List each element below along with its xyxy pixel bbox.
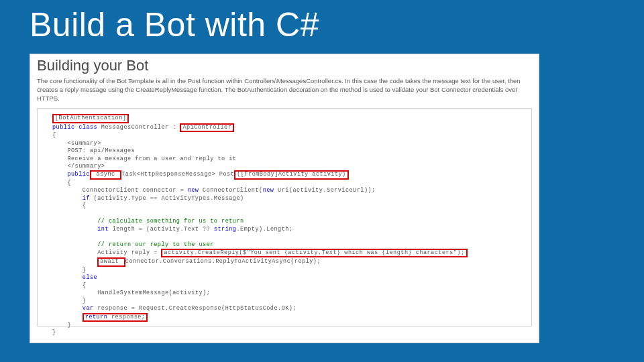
code-botauth: [BotAuthentication] xyxy=(55,115,126,121)
code-response: response = Request.CreateResponse(HttpSt… xyxy=(94,305,297,312)
code-post-route: POST: api/Messages xyxy=(67,147,135,154)
kw-await: await xyxy=(100,258,123,265)
kw-if: if xyxy=(83,195,90,202)
code-if-cond: (activity.Type == ActivityTypes.Message) xyxy=(90,195,244,202)
code-summary-open: <summary> xyxy=(67,140,101,147)
code-classname: MessagesController : xyxy=(97,124,180,131)
code-handlesys: HandleSystemMessage(activity); xyxy=(97,290,210,296)
code-summary-text: Receive a message from a user and reply … xyxy=(67,156,236,162)
highlight-botauth: [BotAuthentication] xyxy=(52,114,129,123)
code-task-post: Task<HttpResponseMessage> Post xyxy=(121,171,234,178)
kw-public-class: public class xyxy=(52,124,97,131)
content-panel: Building your Bot The core functionality… xyxy=(30,54,539,343)
highlight-frombody: ([FromBody]Activity activity) xyxy=(234,170,348,179)
code-frombody: ([FromBody]Activity activity) xyxy=(237,171,345,178)
kw-var: var xyxy=(83,305,94,312)
kw-new1: new xyxy=(188,187,199,194)
code-replyasync: connector.Conversations.ReplyToActivityA… xyxy=(125,258,321,265)
code: [BotAuthentication] public class Message… xyxy=(52,114,503,337)
kw-async: async xyxy=(93,171,119,178)
code-brace: { xyxy=(52,132,56,139)
slide: Build a Bot with C# Building your Bot Th… xyxy=(0,0,644,362)
highlight-return: return response; xyxy=(83,313,148,322)
panel-heading: Building your Bot xyxy=(37,57,532,74)
code-connector3: Uri(activity.ServiceUrl)); xyxy=(274,187,375,194)
highlight-createreply: activity.CreateReply($"You sent {activit… xyxy=(161,249,467,257)
code-return-resp: response; xyxy=(107,314,145,320)
code-brace6: } xyxy=(83,298,87,304)
kw-int: int xyxy=(97,226,109,233)
highlight-await: await xyxy=(97,257,125,266)
highlight-apicontroller: ApiController xyxy=(180,123,234,132)
code-createreply: activity.CreateReply($"You sent {activit… xyxy=(164,249,464,256)
code-apicontroller: ApiController xyxy=(182,124,231,131)
code-brace2: { xyxy=(67,180,71,186)
code-summary-close: </summary> xyxy=(67,163,105,170)
panel-description: The core functionality of the Bot Templa… xyxy=(37,77,532,103)
code-brace8: } xyxy=(52,329,56,336)
kw-else: else xyxy=(83,274,97,281)
kw-new2: new xyxy=(263,187,274,194)
comment-return: // return our reply to the user xyxy=(97,241,214,248)
code-connector: ConnectorClient connector = xyxy=(83,187,188,194)
highlight-async: async xyxy=(90,170,121,179)
comment-calc: // calculate something for us to return xyxy=(97,218,244,225)
code-reply-decl: Activity reply = xyxy=(97,249,161,256)
kw-return: return xyxy=(85,314,108,320)
code-brace7: } xyxy=(67,322,71,328)
code-brace5: { xyxy=(83,282,87,289)
slide-title: Build a Bot with C# xyxy=(30,5,319,44)
code-connector2: ConnectorClient( xyxy=(199,187,262,194)
code-block: [BotAuthentication] public class Message… xyxy=(37,108,532,326)
kw-public: public xyxy=(67,171,90,178)
code-length1: length = (activity.Text ?? xyxy=(109,226,214,233)
kw-string: string xyxy=(214,226,237,233)
code-brace4: } xyxy=(83,267,87,274)
code-length2: .Empty).Length; xyxy=(236,226,292,233)
code-brace3: { xyxy=(83,202,87,209)
